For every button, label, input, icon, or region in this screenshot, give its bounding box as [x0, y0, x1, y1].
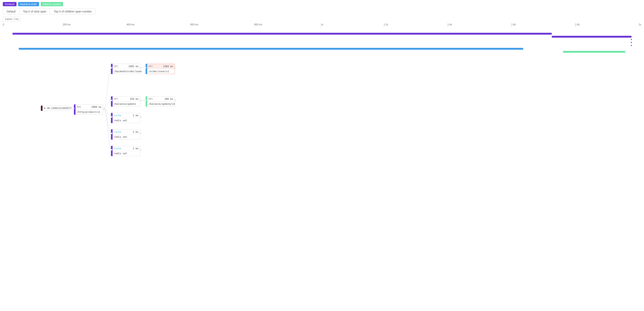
- node-duration: 2 ms: [133, 114, 138, 117]
- connector-dot: [73, 108, 74, 109]
- connector-dot: [111, 133, 112, 134]
- connector-dot: [140, 133, 141, 134]
- node-path: redis set: [112, 118, 140, 123]
- axis-tick-label: 1.8s: [575, 23, 580, 26]
- connector-dot: [145, 67, 146, 69]
- connector-dot: [140, 67, 141, 69]
- axis-tick-mark: [126, 26, 127, 27]
- node-type: RPC: [77, 106, 81, 108]
- node-stripe: [111, 96, 112, 107]
- node-cache-redis-3[interactable]: Cache 2 ms redis set: [112, 146, 140, 156]
- node-order-save-v1[interactable]: RPC 1564 ms /order/save/v1: [147, 64, 175, 74]
- axis-tick: 200 ms: [63, 23, 70, 27]
- axis-tick-mark: [321, 26, 321, 27]
- timeline-axis: 0200 ms400 ms600 ms800 ms1s1.2s1.4s1.6s1…: [3, 23, 641, 27]
- axis-tick: 800 ms: [254, 23, 262, 27]
- node-duration: 200 ms: [164, 98, 173, 100]
- legend-balance-system[interactable]: balance-system: [41, 2, 63, 6]
- axis-tick-label: 800 ms: [254, 23, 262, 26]
- axis-tick-mark: [511, 26, 512, 27]
- axis-tick: 600 ms: [190, 23, 198, 27]
- axis-tick-label: 0: [3, 23, 4, 26]
- node-path: /balance/update: [112, 102, 140, 106]
- node-path: redis set: [112, 135, 140, 139]
- trace-tree: 4.38.15463121993017 RPC 2000 ms /http/pr…: [3, 63, 641, 160]
- connector-dot: [111, 100, 112, 101]
- timeline: 0200 ms400 ms600 ms800 ms1s1.2s1.4s1.6s1…: [3, 23, 641, 57]
- node-type: RPC: [148, 65, 153, 68]
- node-stripe: [41, 106, 42, 111]
- axis-tick-label: 1.6s: [511, 23, 516, 26]
- axis-tick-mark: [3, 26, 3, 27]
- cache-chip[interactable]: Cache: 7 ms: [3, 17, 21, 21]
- axis-tick: 1.8s: [575, 23, 580, 27]
- node-duration: 2000 ms: [91, 106, 102, 108]
- node-type: RPC: [114, 65, 118, 68]
- axis-tick-mark: [384, 26, 384, 27]
- node-root[interactable]: 4.38.15463121993017: [42, 106, 69, 111]
- node-stripe: [111, 129, 112, 140]
- node-stripe: [111, 64, 112, 74]
- node-stripe: [146, 96, 147, 107]
- timeline-span[interactable]: [631, 39, 632, 40]
- axis-tick: 1.4s: [448, 23, 452, 27]
- node-cache-redis-2[interactable]: Cache 3 ms redis set: [112, 129, 140, 140]
- node-type: Cache: [114, 147, 121, 150]
- axis-tick: 1.2s: [384, 23, 388, 27]
- connector-dot: [140, 100, 141, 101]
- node-stripe: [111, 113, 112, 123]
- axis-tick: 0: [3, 23, 4, 27]
- axis-tick-label: 1.4s: [448, 23, 452, 26]
- connector-dot: [111, 67, 112, 69]
- node-path: /order/save/v1: [147, 69, 174, 74]
- service-legend: frontend backend-order balance-system: [3, 2, 641, 6]
- node-cache-redis-1[interactable]: Cache 2 ms redis set: [112, 113, 140, 123]
- axis-tick-mark: [190, 26, 190, 27]
- legend-backend-order[interactable]: backend-order: [18, 2, 39, 6]
- timeline-bars: [3, 33, 641, 57]
- connector-dot: [111, 116, 112, 118]
- node-path: redis set: [112, 151, 140, 156]
- timeline-span[interactable]: [631, 45, 632, 46]
- view-tabs: Default Top 5 of slow span Top 5 of chil…: [3, 8, 641, 15]
- timeline-span[interactable]: [19, 48, 523, 50]
- connector-dot: [140, 116, 141, 118]
- tab-slow-span[interactable]: Top 5 of slow span: [19, 8, 50, 15]
- timeline-span[interactable]: [563, 51, 625, 53]
- connector-dot: [174, 67, 176, 69]
- node-type: Cache: [114, 114, 121, 117]
- tab-children[interactable]: Top 5 of children span number: [50, 8, 96, 15]
- connector-dot: [140, 149, 141, 151]
- node-path: /backend/order/save: [112, 69, 140, 74]
- axis-tick-label: 200 ms: [63, 23, 70, 26]
- axis-tick-mark: [448, 26, 448, 27]
- node-duration: 1685 ms: [128, 65, 138, 68]
- node-stripe: [74, 104, 76, 115]
- tab-default[interactable]: Default: [3, 8, 19, 15]
- timeline-span[interactable]: [12, 33, 552, 35]
- node-stripe: [111, 146, 112, 156]
- axis-tick-mark: [641, 26, 641, 27]
- connector-dot: [103, 108, 104, 109]
- node-balance-update-v4[interactable]: RPC 200 ms /balance/update/v4: [147, 96, 175, 107]
- connector-dot: [174, 100, 176, 101]
- node-path: 4.38.15463121993017: [44, 107, 72, 110]
- node-type: Cache: [114, 131, 121, 133]
- connector-dot: [68, 108, 70, 109]
- axis-tick-label: 1s: [321, 23, 324, 26]
- axis-tick: 1s: [321, 23, 324, 27]
- node-backend-order-save[interactable]: RPC 1685 ms /backend/order/save: [112, 64, 140, 74]
- connector-dot: [145, 100, 146, 101]
- axis-tick: 2s: [638, 23, 641, 27]
- timeline-span[interactable]: [552, 36, 632, 38]
- timeline-span[interactable]: [631, 42, 632, 43]
- node-type: RPC: [114, 98, 118, 100]
- node-http-product[interactable]: RPC 2000 ms /http/product/v1: [75, 104, 103, 115]
- node-path: /http/product/v1: [76, 110, 103, 114]
- node-balance-update[interactable]: RPC 250 ms /balance/update: [112, 96, 140, 107]
- node-stripe: [146, 64, 147, 74]
- node-duration: 3 ms: [133, 131, 138, 133]
- node-duration: 2 ms: [133, 147, 138, 150]
- axis-tick: 1.6s: [511, 23, 516, 27]
- legend-frontend[interactable]: frontend: [3, 2, 16, 6]
